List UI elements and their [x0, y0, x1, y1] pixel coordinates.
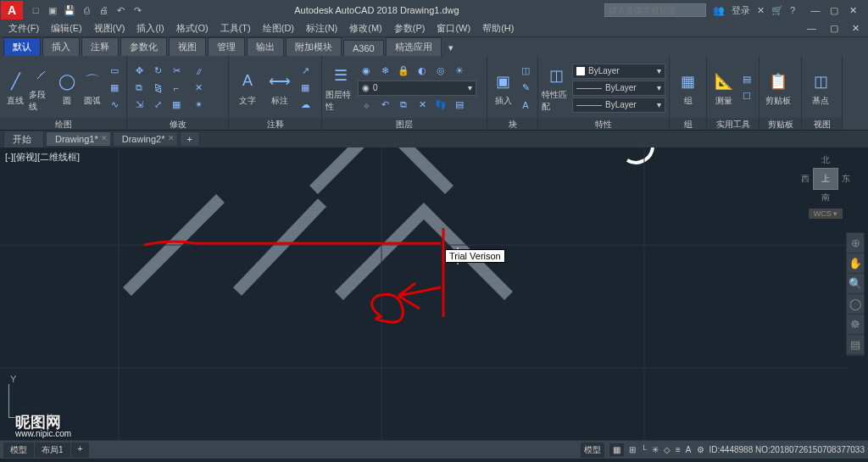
layer-prev-icon[interactable]: ↶ — [376, 97, 393, 113]
menu-window[interactable]: 窗口(W) — [431, 20, 476, 36]
cloud-icon[interactable]: ☁ — [297, 97, 314, 113]
wcs-label[interactable]: WCS ▾ — [809, 209, 843, 219]
redo-icon[interactable]: ↷ — [131, 3, 144, 17]
app-logo[interactable]: A — [1, 1, 23, 19]
grid-toggle-icon[interactable]: ▦ — [609, 443, 624, 456]
help-icon[interactable]: ? — [790, 5, 795, 15]
layer-freeze-icon[interactable]: ❄ — [376, 64, 393, 79]
attr-icon[interactable]: A — [517, 97, 534, 113]
move-icon[interactable]: ✥ — [131, 64, 147, 79]
layer-selector[interactable]: ◉0▾ — [358, 81, 476, 96]
workspace-icon[interactable]: ⚙ — [697, 445, 704, 454]
viewcube-top[interactable]: 上 — [813, 168, 838, 190]
ribbon-tab-parametric[interactable]: 参数化 — [120, 37, 167, 56]
close-button[interactable]: ✕ — [844, 3, 861, 17]
circle-button[interactable]: ◯圆 — [55, 63, 79, 114]
leader-icon[interactable]: ↗ — [297, 64, 314, 79]
menu-edit[interactable]: 编辑(E) — [46, 20, 87, 36]
ribbon-tab-annotate[interactable]: 注释 — [81, 37, 119, 56]
color-selector[interactable]: ByLayer▾ — [572, 64, 665, 79]
layer-state-icon[interactable]: ▤ — [451, 97, 468, 113]
layer-merge-icon[interactable]: ⧉ — [395, 97, 412, 113]
minimize-button[interactable]: — — [807, 3, 824, 17]
ribbon-tab-view[interactable]: 视图 — [169, 37, 206, 56]
create-block-icon[interactable]: ◫ — [517, 64, 534, 79]
lwt-toggle-icon[interactable]: ≡ — [676, 445, 681, 454]
pan-icon[interactable]: ✋ — [847, 253, 864, 274]
linetype-selector[interactable]: ———ByLayer▾ — [572, 97, 665, 113]
rect-icon[interactable]: ▭ — [106, 64, 123, 79]
menu-format[interactable]: 格式(O) — [171, 20, 214, 36]
snap-toggle-icon[interactable]: ⊞ — [629, 445, 636, 454]
offset-icon[interactable]: ⫽ — [190, 64, 207, 79]
ribbon-tab-a360[interactable]: A360 — [343, 40, 384, 56]
viewcube[interactable]: 北 西上东 南 WCS ▾ — [800, 154, 851, 214]
fillet-icon[interactable]: ⌐ — [168, 81, 185, 96]
model-tab[interactable]: 模型 — [3, 443, 34, 458]
layer-iso-icon[interactable]: ◐ — [414, 64, 431, 79]
maximize-button[interactable]: ▢ — [826, 3, 843, 17]
ribbon-tab-insert[interactable]: 插入 — [42, 37, 80, 56]
exchange-icon[interactable]: ✕ — [757, 5, 765, 16]
model-toggle[interactable]: 模型 — [581, 443, 604, 458]
polyline-button[interactable]: ⟋多段线 — [29, 63, 53, 114]
line-button[interactable]: ╱直线 — [3, 63, 27, 114]
base-button[interactable]: ◫基点 — [805, 63, 836, 114]
new-icon[interactable]: □ — [29, 3, 42, 17]
select-icon[interactable]: ☐ — [738, 89, 755, 104]
doc-minimize-icon[interactable]: — — [802, 21, 821, 36]
copy-icon[interactable]: ⧉ — [131, 81, 147, 96]
cart-icon[interactable]: 🛒 — [771, 5, 783, 16]
info-icon[interactable]: 👥 — [713, 5, 725, 16]
save-icon[interactable]: 💾 — [63, 3, 76, 17]
menu-draw[interactable]: 绘图(D) — [258, 20, 299, 36]
paste-button[interactable]: 📋剪贴板 — [763, 63, 793, 114]
ortho-toggle-icon[interactable]: └ — [641, 445, 647, 454]
showmotion-icon[interactable]: ▤ — [847, 335, 864, 355]
erase-icon[interactable]: ✕ — [190, 81, 207, 96]
menu-dimension[interactable]: 标注(N) — [301, 20, 342, 36]
layer-match-icon[interactable]: ⟐ — [358, 97, 375, 113]
explode-icon[interactable]: ✴ — [190, 97, 207, 113]
menu-param[interactable]: 参数(P) — [389, 20, 431, 36]
layer-lock-icon[interactable]: 🔒 — [395, 64, 412, 79]
ribbon-tab-featured[interactable]: 精选应用 — [386, 37, 442, 56]
scale-icon[interactable]: ⤢ — [149, 97, 166, 113]
plot-icon[interactable]: 🖨 — [97, 3, 110, 17]
doc-close-icon[interactable]: ✕ — [847, 21, 865, 36]
menu-view[interactable]: 视图(V) — [89, 20, 131, 36]
trim-icon[interactable]: ✂ — [168, 64, 185, 79]
new-doc-tab[interactable]: + — [180, 131, 200, 147]
edit-block-icon[interactable]: ✎ — [517, 81, 534, 96]
doc-tab-drawing1[interactable]: Drawing1*✕ — [46, 131, 111, 147]
menu-tools[interactable]: 工具(T) — [215, 20, 256, 36]
close-tab-icon[interactable]: ✕ — [101, 134, 108, 142]
drawing-canvas[interactable]: [-][俯视][二维线框] Trial Verison 北 西上东 南 WCS … — [0, 148, 868, 440]
doc-restore-icon[interactable]: ▢ — [825, 21, 843, 36]
insert-block-button[interactable]: ▣插入 — [491, 63, 515, 114]
layer-del-icon[interactable]: ✕ — [414, 97, 431, 113]
anno-toggle-icon[interactable]: A — [686, 445, 692, 454]
add-layout-tab[interactable]: + — [71, 443, 90, 458]
group-button[interactable]: ▦组 — [673, 63, 703, 114]
mirror-icon[interactable]: ⧎ — [149, 81, 166, 96]
orbit-icon[interactable]: ◯ — [847, 294, 864, 314]
layout1-tab[interactable]: 布局1 — [35, 443, 70, 458]
close-tab-icon[interactable]: ✕ — [168, 134, 175, 142]
calc-icon[interactable]: ▤ — [738, 72, 755, 87]
doc-tab-drawing2[interactable]: Drawing2*✕ — [113, 131, 178, 147]
arc-button[interactable]: ⌒圆弧 — [81, 63, 104, 114]
menu-insert[interactable]: 插入(I) — [131, 20, 169, 36]
undo-icon[interactable]: ↶ — [114, 3, 127, 17]
login-link[interactable]: 登录 — [732, 4, 750, 17]
ribbon-tab-output[interactable]: 输出 — [247, 37, 284, 56]
polar-toggle-icon[interactable]: ✳ — [652, 445, 659, 454]
layer-properties-button[interactable]: ☰图层特性 — [326, 63, 356, 114]
layer-on-icon[interactable]: ◎ — [432, 64, 449, 79]
spline-icon[interactable]: ∿ — [106, 97, 123, 113]
dimension-button[interactable]: ⟷标注 — [264, 63, 295, 114]
match-props-button[interactable]: ◫特性匹配 — [542, 63, 570, 114]
menu-file[interactable]: 文件(F) — [3, 20, 44, 36]
rotate-icon[interactable]: ↻ — [149, 64, 166, 79]
layer-thaw-icon[interactable]: ☀ — [451, 64, 468, 79]
